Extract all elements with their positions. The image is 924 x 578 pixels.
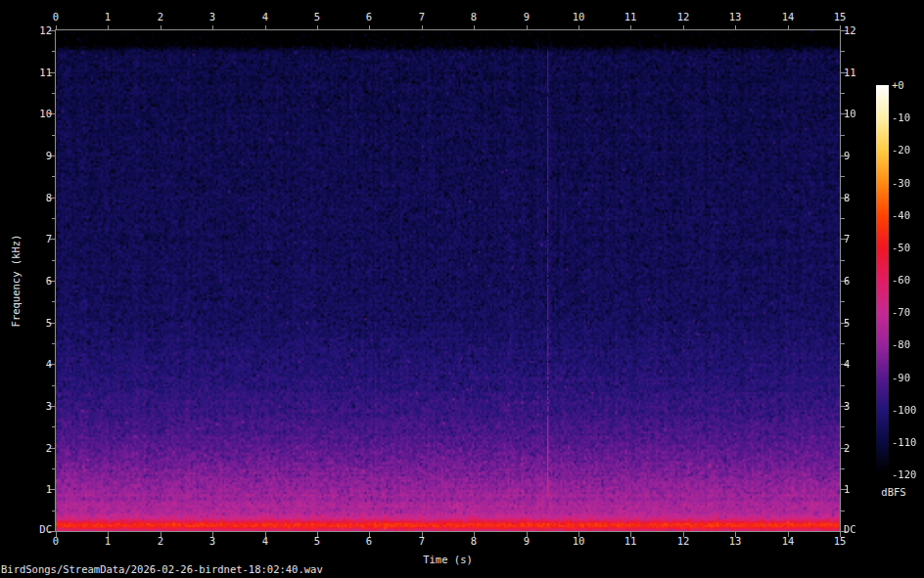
y-tick-label-right: 10 [844, 108, 881, 120]
y-minor-tick-left [52, 93, 56, 94]
colorbar-tick-label: -20 [892, 144, 924, 156]
y-tick-label-right: 1 [844, 483, 881, 496]
y-tick-label-right: 9 [844, 150, 881, 162]
x-tick-label-bottom: 10 [564, 535, 593, 548]
y-tick-label-right: 6 [844, 275, 881, 288]
x-tick-top [161, 25, 162, 30]
x-tick-label-top: 8 [459, 11, 488, 23]
y-minor-tick-left [52, 51, 56, 52]
y-tick-label-right: 3 [844, 400, 881, 413]
x-tick-label-bottom: 7 [407, 535, 437, 548]
x-tick-label-bottom: 3 [198, 535, 227, 548]
x-tick-label-bottom: 0 [41, 535, 70, 548]
y-tick-label-left: 7 [18, 233, 52, 245]
y-tick-label-left: 3 [18, 400, 52, 413]
y-tick-label-left: 10 [18, 108, 52, 120]
y-tick-label-left: 8 [18, 192, 52, 204]
colorbar-tick-label: -100 [892, 404, 924, 417]
y-tick-label-left: 12 [18, 24, 52, 37]
y-minor-tick-left [52, 260, 56, 261]
y-minor-tick-right [841, 260, 845, 261]
colorbar-tick-label: -90 [892, 372, 924, 384]
x-tick-label-top: 14 [773, 11, 803, 23]
x-tick-label-top: 6 [354, 11, 384, 23]
y-tick-label-right: 7 [844, 233, 881, 245]
y-minor-tick-right [841, 301, 845, 302]
x-tick-label-top: 10 [564, 11, 593, 23]
x-tick-label-top: 5 [302, 11, 332, 23]
y-tick-label-right: 12 [844, 24, 881, 37]
x-tick-label-top: 3 [198, 11, 227, 23]
x-tick-top [788, 25, 789, 30]
spectrogram-image: Time (s) Frequency (kHz) dBFS BirdSongs/… [0, 0, 924, 578]
colorbar-tick-label: +0 [892, 79, 924, 92]
y-minor-tick-right [841, 218, 845, 219]
y-minor-tick-left [52, 176, 56, 177]
x-tick-top [108, 25, 109, 30]
y-tick-label-left: 11 [18, 67, 52, 79]
x-tick-top [265, 25, 266, 30]
x-tick-label-top: 2 [146, 11, 175, 23]
y-minor-tick-right [841, 176, 845, 177]
x-tick-label-bottom: 12 [669, 535, 698, 548]
x-tick-label-top: 1 [93, 11, 122, 23]
colorbar-tick-label: -120 [892, 468, 924, 481]
y-tick-label-left: 4 [18, 358, 52, 371]
y-minor-tick-left [52, 301, 56, 302]
x-tick-top [212, 25, 213, 30]
y-tick-label-right: DC [844, 523, 881, 536]
y-tick-label-left: 5 [18, 317, 52, 330]
y-minor-tick-left [52, 468, 56, 469]
x-tick-label-top: 9 [512, 11, 541, 23]
x-tick-label-bottom: 13 [720, 535, 750, 548]
x-tick-label-bottom: 15 [825, 535, 855, 548]
x-tick-label-bottom: 5 [302, 535, 332, 548]
x-tick-label-top: 7 [407, 11, 437, 23]
x-tick-label-top: 0 [41, 11, 70, 23]
x-tick-label-bottom: 11 [616, 535, 645, 548]
y-minor-tick-right [841, 426, 845, 427]
colorbar-tick-label: -30 [892, 177, 924, 190]
y-minor-tick-left [52, 511, 56, 511]
x-tick-label-top: 15 [825, 11, 855, 23]
x-tick-top [578, 25, 579, 30]
x-tick-label-top: 4 [251, 11, 280, 23]
y-tick-label-left: 1 [18, 483, 52, 496]
file-title: BirdSongs/StreamData/2026-02-26-birdnet-… [1, 563, 323, 576]
x-tick-top [474, 25, 475, 30]
y-tick-label-left: DC [18, 523, 52, 536]
x-tick-label-bottom: 2 [146, 535, 175, 548]
x-tick-label-bottom: 14 [773, 535, 803, 548]
y-tick-label-left: 6 [18, 275, 52, 288]
y-minor-tick-left [52, 343, 56, 344]
y-minor-tick-right [841, 135, 845, 136]
colorbar-tick-label: -10 [892, 111, 924, 124]
x-tick-top [422, 25, 423, 30]
x-tick-label-bottom: 6 [354, 535, 384, 548]
y-minor-tick-left [52, 385, 56, 386]
y-minor-tick-left [52, 135, 56, 136]
y-minor-tick-left [52, 426, 56, 427]
colorbar-tick-label: -70 [892, 306, 924, 319]
x-tick-top [527, 25, 528, 30]
x-tick-label-bottom: 1 [93, 535, 122, 548]
y-tick-label-right: 8 [844, 192, 881, 204]
x-tick-top [683, 25, 684, 30]
y-tick-label-right: 5 [844, 317, 881, 330]
x-tick-label-top: 12 [669, 11, 698, 23]
x-tick-top [630, 25, 631, 30]
x-tick-top [56, 25, 57, 30]
y-minor-tick-right [841, 343, 845, 344]
y-minor-tick-left [52, 218, 56, 219]
spectrogram-plot [56, 30, 840, 531]
y-tick-label-right: 4 [844, 358, 881, 371]
colorbar-tick-label: -50 [892, 242, 924, 254]
y-minor-tick-right [841, 468, 845, 469]
y-minor-tick-right [841, 385, 845, 386]
y-tick-label-right: 2 [844, 442, 881, 455]
y-minor-tick-right [841, 511, 845, 511]
x-tick-label-top: 13 [720, 11, 750, 23]
y-tick-label-left: 2 [18, 442, 52, 455]
y-minor-tick-right [841, 51, 845, 52]
x-tick-label-top: 11 [616, 11, 645, 23]
